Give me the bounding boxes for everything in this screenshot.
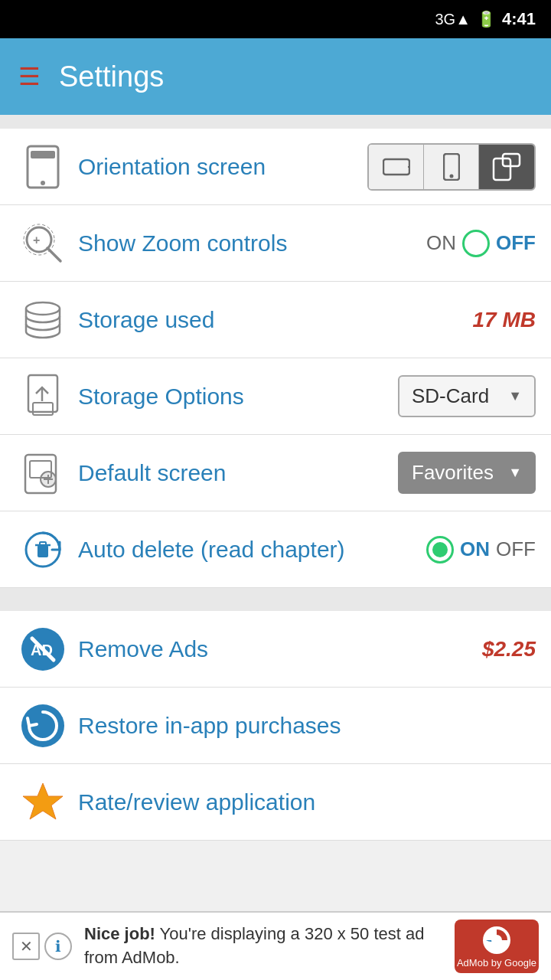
page-title: Settings xyxy=(59,60,164,93)
zoom-icon: + xyxy=(15,223,70,264)
restore-icon xyxy=(15,703,70,749)
section-divider-middle xyxy=(0,588,551,611)
svg-point-2 xyxy=(41,181,45,185)
settings-item-storage-used[interactable]: Storage used 17 MB xyxy=(0,282,551,358)
svg-point-13 xyxy=(26,302,60,315)
remove-ads-icon: AD xyxy=(15,626,70,672)
default-screen-label: Default screen xyxy=(70,460,398,486)
auto-delete-off-label: OFF xyxy=(496,537,536,561)
auto-delete-toggle-circle[interactable] xyxy=(426,536,454,564)
storage-options-dropdown[interactable]: SD-Card ▼ xyxy=(398,375,536,417)
storage-options-icon xyxy=(15,374,70,420)
settings-item-rate-review[interactable]: Rate/review application xyxy=(0,764,551,841)
svg-line-10 xyxy=(47,248,60,261)
menu-icon[interactable]: ☰ xyxy=(18,62,41,91)
storage-icon xyxy=(15,299,70,341)
star-icon xyxy=(15,779,70,825)
svg-point-6 xyxy=(449,174,453,178)
zoom-off-label: OFF xyxy=(496,231,536,255)
remove-ads-value: $2.25 xyxy=(482,637,536,662)
ad-info-button[interactable]: ℹ xyxy=(44,933,72,960)
settings-item-default-screen[interactable]: Default screen Favorites ▼ xyxy=(0,435,551,511)
auto-delete-icon xyxy=(15,527,70,573)
settings-item-orientation[interactable]: Orientation screen xyxy=(0,129,551,205)
restore-purchases-label: Restore in-app purchases xyxy=(70,713,536,739)
ad-logo-text: AdMob by Google xyxy=(457,957,536,969)
orientation-auto-btn[interactable] xyxy=(479,145,534,189)
orientation-portrait-btn[interactable] xyxy=(424,145,479,189)
rate-review-label: Rate/review application xyxy=(70,789,536,815)
remove-ads-label: Remove Ads xyxy=(70,636,482,662)
status-time: 4:41 xyxy=(502,9,536,29)
storage-used-label: Storage used xyxy=(70,307,473,333)
orientation-selector[interactable] xyxy=(367,143,536,191)
storage-used-value: 17 MB xyxy=(473,308,536,332)
svg-rect-26 xyxy=(40,542,46,546)
settings-item-auto-delete[interactable]: Auto delete (read chapter) ON OFF xyxy=(0,511,551,588)
ad-banner: ✕ ℹ Nice job! You're displaying a 320 x … xyxy=(0,911,551,980)
section-divider-top xyxy=(0,115,551,129)
zoom-toggle-circle[interactable] xyxy=(462,230,490,257)
svg-rect-1 xyxy=(31,151,55,158)
settings-item-zoom[interactable]: + Show Zoom controls ON OFF xyxy=(0,205,551,282)
ad-logo: AdMob by Google xyxy=(455,920,539,973)
status-bar: 3G▲ 🔋 4:41 xyxy=(0,0,551,38)
orientation-icon xyxy=(15,145,70,189)
svg-text:AD: AD xyxy=(31,642,53,658)
svg-rect-3 xyxy=(383,159,409,175)
default-screen-dropdown[interactable]: Favorites ▼ xyxy=(398,452,536,494)
zoom-toggle[interactable]: ON OFF xyxy=(426,230,536,257)
settings-list: Orientation screen + xyxy=(0,129,551,841)
default-screen-chevron: ▼ xyxy=(508,465,522,481)
network-signal-icon: 3G▲ xyxy=(435,11,470,28)
orientation-label: Orientation screen xyxy=(70,154,367,180)
app-bar: ☰ Settings xyxy=(0,38,551,115)
zoom-on-label: ON xyxy=(426,231,456,255)
storage-options-chevron: ▼ xyxy=(508,388,522,404)
zoom-label: Show Zoom controls xyxy=(70,230,426,256)
settings-item-storage-options[interactable]: Storage Options SD-Card ▼ xyxy=(0,358,551,435)
default-screen-icon xyxy=(15,450,70,496)
svg-point-33 xyxy=(491,935,502,946)
default-screen-value: Favorites xyxy=(412,461,494,485)
orientation-landscape-btn[interactable] xyxy=(369,145,424,189)
ad-text: Nice job! You're displaying a 320 x 50 t… xyxy=(84,923,442,970)
battery-icon: 🔋 xyxy=(477,10,496,28)
svg-marker-31 xyxy=(23,783,63,819)
ad-text-bold: Nice job! xyxy=(84,924,155,943)
auto-delete-on-label: ON xyxy=(460,537,490,561)
auto-delete-label: Auto delete (read chapter) xyxy=(70,534,426,564)
ad-close-button[interactable]: ✕ xyxy=(12,933,40,960)
svg-rect-24 xyxy=(37,545,48,557)
settings-item-restore-purchases[interactable]: Restore in-app purchases xyxy=(0,688,551,764)
svg-text:+: + xyxy=(33,234,40,247)
storage-options-label: Storage Options xyxy=(70,384,398,410)
storage-options-value: SD-Card xyxy=(412,384,489,408)
auto-delete-toggle[interactable]: ON OFF xyxy=(426,536,536,564)
settings-item-remove-ads[interactable]: AD Remove Ads $2.25 xyxy=(0,611,551,688)
svg-rect-15 xyxy=(33,403,53,415)
ad-controls[interactable]: ✕ ℹ xyxy=(12,933,72,960)
